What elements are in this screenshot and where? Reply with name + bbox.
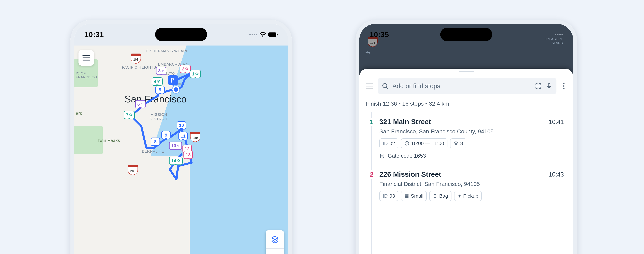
stops-list[interactable]: 1321 Main Street10:41San Francisco, San … <box>359 112 573 207</box>
map-pin-8[interactable]: 8 <box>150 137 160 146</box>
route-summary: Finish 12:36 • 16 stops • 32,4 km <box>366 100 449 107</box>
pin-number: 5 <box>159 87 161 93</box>
map-pin-9[interactable]: 9 <box>161 131 171 139</box>
arrow-up-icon <box>161 69 164 72</box>
menu-button[interactable] <box>78 50 94 66</box>
map-pin-16[interactable]: 16 <box>169 141 182 150</box>
pin-number: 3 <box>158 68 160 73</box>
layers-icon <box>185 67 189 71</box>
pin-number: 8 <box>154 139 156 144</box>
stop-eta: 10:41 <box>549 119 564 126</box>
overflow-menu-button[interactable] <box>560 82 568 90</box>
svg-point-5 <box>563 85 564 87</box>
status-time: 10:35 <box>370 30 389 39</box>
layers-icon <box>195 72 199 76</box>
map-pin-4[interactable]: 4 <box>152 77 163 86</box>
layers-icon <box>177 159 180 163</box>
svg-rect-0 <box>268 32 276 37</box>
hood-label: MISSION DISTRICT <box>146 113 172 121</box>
hood-label: IO OF FRANCISCO <box>76 71 97 79</box>
current-location-dot <box>172 86 180 93</box>
search-icon <box>382 83 389 90</box>
svg-point-6 <box>563 88 564 89</box>
status-time: 10:31 <box>84 30 104 39</box>
layers-icon <box>454 141 458 146</box>
battery-icon <box>268 32 278 37</box>
map-pin-10[interactable]: 10 <box>177 121 186 129</box>
cell-dots-icon <box>250 34 257 35</box>
map-pin-6[interactable]: 6 <box>135 100 146 109</box>
start-flag-pin[interactable] <box>168 75 178 85</box>
more-vertical-icon <box>563 82 565 90</box>
phone-list-screen: TREASURE ISLAND ate 101 10:35 Add or fin… <box>356 20 577 254</box>
stop-address: San Francisco, San Francisco County, 941… <box>379 128 563 135</box>
pin-number: 14 <box>171 158 176 163</box>
stop-title: 226 Mission Street <box>379 170 563 178</box>
hood-label: FISHERMAN'S WHARF <box>146 49 188 53</box>
stop-number: 1 <box>368 118 375 126</box>
bag-icon <box>433 193 438 198</box>
pin-number: 1 <box>192 71 194 77</box>
map-pin-13[interactable]: 13 <box>184 151 193 159</box>
pin-number: 13 <box>186 152 191 157</box>
layers-icon <box>129 113 133 117</box>
pin-number: 2 <box>182 66 184 72</box>
map-pin-11[interactable]: 11 <box>178 132 188 140</box>
pin-number: 10 <box>179 123 184 128</box>
voice-button[interactable] <box>546 82 552 90</box>
chip-stack: 3 <box>450 138 466 148</box>
cell-dots-icon <box>555 34 563 35</box>
map-pin-14[interactable]: 14 <box>169 157 183 165</box>
size-icon <box>404 194 409 198</box>
device-notch <box>440 28 492 41</box>
clock-icon <box>404 141 410 146</box>
faint-label: ate <box>365 51 370 54</box>
stop-note: Gate code 1653 <box>379 153 563 159</box>
pin-number: 16 <box>171 143 176 148</box>
chip-pickup: Pickup <box>454 191 482 201</box>
mic-icon <box>546 82 552 90</box>
map-pin-2[interactable]: 2 <box>180 65 191 73</box>
pin-number: 4 <box>154 79 156 84</box>
hood-label: BERNAL HE <box>142 149 164 154</box>
city-label: San Francisco <box>124 93 187 105</box>
pin-number: 7 <box>126 113 128 118</box>
menu-button[interactable] <box>364 83 375 89</box>
hood-label: PACIFIC HEIGHTS <box>122 65 156 70</box>
chip-row: ID03SmallBagPickup <box>379 191 563 201</box>
chip-id: ID02 <box>379 138 398 148</box>
map-pin-1[interactable]: 1 <box>190 70 201 78</box>
note-icon <box>379 153 385 159</box>
stop-title: 321 Main Street <box>379 118 563 126</box>
stop-number: 2 <box>368 170 375 179</box>
stop-item[interactable]: 1321 Main Street10:41San Francisco, San … <box>359 112 573 165</box>
drag-handle[interactable] <box>459 71 474 72</box>
svg-rect-3 <box>548 84 550 87</box>
hood-label: ark <box>76 111 82 116</box>
hamburger-icon <box>82 55 90 61</box>
chip-row: ID0210:00 — 11:003 <box>379 138 563 148</box>
chip-id: ID03 <box>379 191 398 201</box>
arrow-up-icon <box>140 103 144 106</box>
stop-item[interactable]: 2226 Mission Street10:43Financial Distri… <box>359 165 573 207</box>
map-canvas[interactable]: FISHERMAN'S WHARF EMBARCADERO PACIFIC HE… <box>74 45 288 254</box>
phone-map-screen: 10:31 FISHERMAN'S WHARF EMBARCADERO PACI… <box>70 20 292 254</box>
map-pin-7[interactable]: 7 <box>124 111 135 119</box>
map-pin-5[interactable]: 5 <box>155 86 165 94</box>
chip-bag: Bag <box>429 191 451 201</box>
chip-time: 10:00 — 11:00 <box>401 138 448 148</box>
scan-button[interactable] <box>535 82 542 90</box>
map-pin-3[interactable]: 3 <box>156 67 166 75</box>
pin-number: 9 <box>165 132 167 138</box>
search-input[interactable]: Add or find stops <box>378 78 556 94</box>
svg-point-4 <box>563 83 564 84</box>
bottom-sheet: Add or find stops Finish 12:36 • 16 stop… <box>359 69 573 254</box>
chip-size: Small <box>401 191 427 201</box>
layers-button[interactable] <box>266 230 284 249</box>
map-type-button[interactable] <box>266 249 284 254</box>
layers-icon <box>271 235 279 244</box>
layers-icon <box>157 80 160 83</box>
map-tools <box>266 230 284 254</box>
device-notch <box>155 28 207 41</box>
search-row: Add or find stops <box>359 76 573 96</box>
